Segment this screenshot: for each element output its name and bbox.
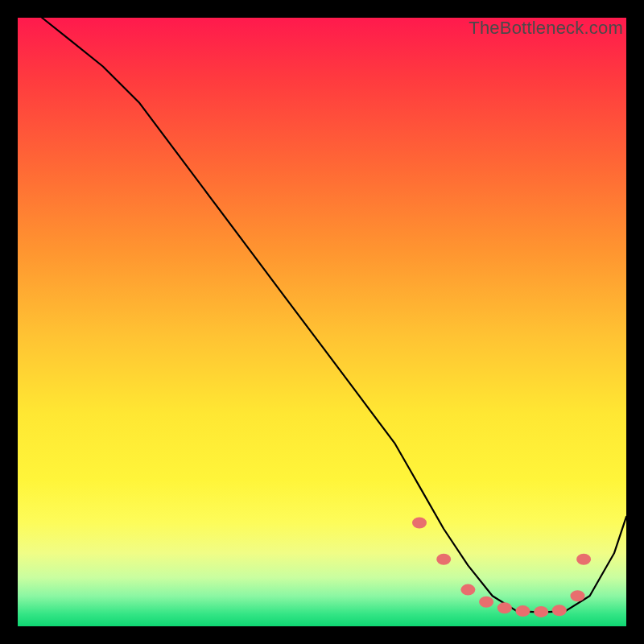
optimal-marker <box>460 584 475 596</box>
optimal-marker <box>571 590 585 601</box>
optimal-marker <box>552 605 567 616</box>
optimal-marker <box>497 602 512 613</box>
chart-frame: TheBottleneck.com <box>0 0 644 644</box>
optimal-marker <box>576 554 591 565</box>
optimal-marker <box>412 518 427 529</box>
optimal-marker <box>516 605 530 617</box>
optimal-marker <box>479 597 493 608</box>
chart-svg <box>18 18 626 626</box>
optimal-marker <box>436 554 451 565</box>
optimal-marker <box>534 606 548 617</box>
plot-area: TheBottleneck.com <box>18 18 626 626</box>
bottleneck-curve <box>42 18 626 613</box>
